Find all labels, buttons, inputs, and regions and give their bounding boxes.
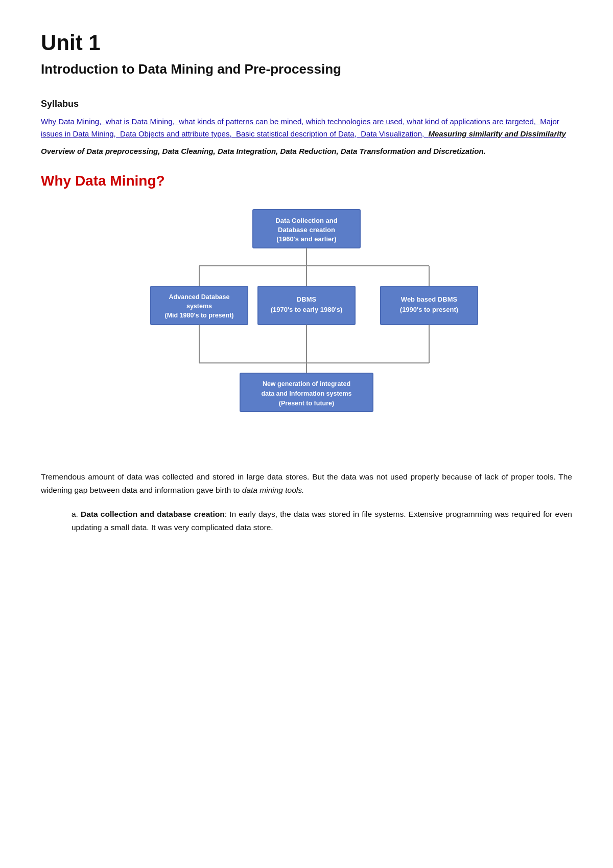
list-item-a-text: a. Data collection and database creation… <box>72 508 572 535</box>
link-why-data-mining[interactable]: Why Data Mining <box>41 117 99 126</box>
syllabus-section: Syllabus Why Data Mining, what is Data M… <box>41 99 572 157</box>
bold-italic-text: Measuring similarity and Dissimilarity <box>429 129 566 138</box>
syllabus-heading: Syllabus <box>41 99 572 109</box>
list-item-a: a. Data collection and database creation… <box>72 508 572 535</box>
svg-text:systems: systems <box>186 303 212 310</box>
italic-text: data mining tools. <box>242 486 304 494</box>
syllabus-links: Why Data Mining, what is Data Mining, wh… <box>41 116 572 140</box>
link-kinds-of-patterns[interactable]: what kinds of patterns can be mined, whi… <box>179 117 534 126</box>
svg-text:Database creation: Database creation <box>278 226 335 234</box>
page-subtitle: Introduction to Data Mining and Pre-proc… <box>41 60 572 78</box>
svg-text:DBMS: DBMS <box>297 295 317 303</box>
link-basic-statistical[interactable]: Basic statistical description of Data <box>236 129 355 138</box>
svg-text:Data Collection and: Data Collection and <box>275 217 337 224</box>
svg-text:(Present to future): (Present to future) <box>279 400 334 407</box>
svg-text:Advanced Database: Advanced Database <box>169 293 230 301</box>
link-data-objects[interactable]: Data Objects and attribute types <box>120 129 229 138</box>
list-item-a-bold: Data collection and database creation <box>81 510 225 518</box>
link-data-visualization[interactable]: Data Visualization <box>361 129 422 138</box>
unit-title: Unit 1 <box>41 31 572 55</box>
svg-text:New generation of integrated: New generation of integrated <box>263 380 350 387</box>
body-paragraph-1: Tremendous amount of data was collected … <box>41 470 572 497</box>
svg-text:(Mid 1980's to present): (Mid 1980's to present) <box>165 312 234 319</box>
svg-text:data and Information systems: data and Information systems <box>261 390 351 397</box>
svg-text:(1990's to present): (1990's to present) <box>400 306 458 313</box>
svg-text:Web based DBMS: Web based DBMS <box>401 295 458 303</box>
link-what-is-data-mining[interactable]: what is Data Mining <box>106 117 173 126</box>
svg-text:(1960's and earlier): (1960's and earlier) <box>276 235 336 243</box>
diagram-container: Data Collection and Database creation (1… <box>41 204 572 450</box>
why-section: Why Data Mining? Data Collection and Dat… <box>41 173 572 534</box>
data-evolution-diagram: Data Collection and Database creation (1… <box>128 204 485 450</box>
why-heading: Why Data Mining? <box>41 173 572 189</box>
syllabus-overview: Overview of Data preprocessing, Data Cle… <box>41 145 572 157</box>
svg-text:(1970's to early 1980's): (1970's to early 1980's) <box>271 306 343 313</box>
